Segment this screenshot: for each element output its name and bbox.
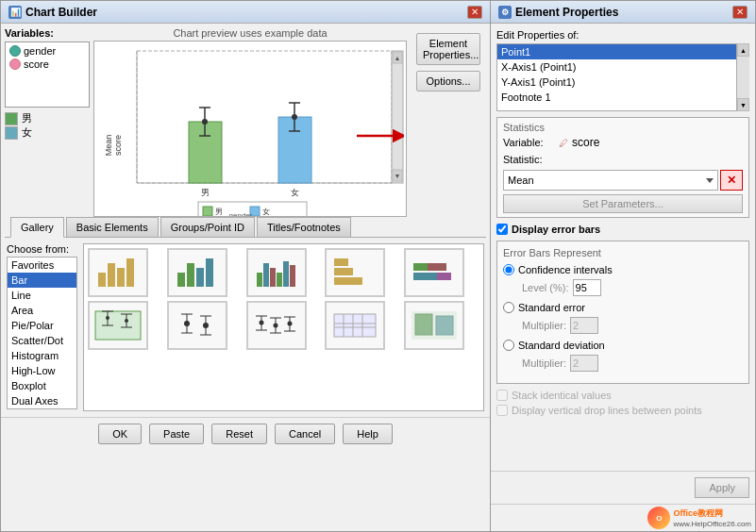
chart-type-histogram[interactable]: Histogram [8, 348, 76, 363]
tab-groups[interactable]: Groups/Point ID [160, 217, 255, 237]
svg-rect-37 [263, 263, 269, 287]
chart-type-list[interactable]: Favorites Bar Line Area Pie/Polar Scatte… [7, 257, 77, 409]
chart-type-line[interactable]: Line [8, 288, 76, 303]
legend-male: 男 [5, 111, 90, 125]
element-props-close-btn[interactable]: ✕ [732, 6, 748, 19]
scroll-down-btn[interactable]: ▼ [737, 98, 749, 111]
edit-list-scrollbar[interactable]: ▲ ▼ [736, 43, 749, 111]
stderr-radio[interactable] [503, 302, 514, 313]
chart-type-area[interactable]: Area [8, 303, 76, 318]
svg-rect-21 [392, 51, 403, 183]
thumb-8[interactable] [246, 301, 307, 350]
element-properties-btn[interactable]: Element Properties... [416, 33, 480, 65]
watermark-area: O Office教程网 www.HelpOffice26.com [491, 504, 755, 531]
cancel-button[interactable]: Cancel [275, 424, 335, 444]
stderr-multiplier-row: Multiplier: [522, 317, 743, 334]
chart-type-dualaxes[interactable]: Dual Axes [8, 393, 76, 408]
svg-rect-31 [126, 258, 134, 287]
clear-btn[interactable]: ✕ [720, 170, 743, 191]
reset-button[interactable]: Reset [211, 424, 267, 444]
choose-from-label: Choose from: [7, 243, 77, 255]
chart-type-favorites[interactable]: Favorites [8, 258, 76, 273]
svg-rect-43 [334, 277, 362, 285]
legend-male-box [5, 112, 18, 125]
edit-items-list[interactable]: Point1 X-Axis1 (Point1) Y-Axis1 (Point1)… [496, 43, 749, 111]
element-props-title: ⚙ Element Properties [498, 6, 618, 19]
thumb-9[interactable] [325, 301, 385, 350]
thumb-3[interactable] [246, 248, 307, 297]
thumb-5[interactable] [404, 248, 464, 297]
thumb-10[interactable] [404, 301, 464, 350]
dropdown-arrow-icon [706, 178, 714, 183]
chart-type-highlow[interactable]: High-Low [8, 363, 76, 378]
svg-rect-38 [270, 268, 276, 287]
ok-button[interactable]: OK [98, 424, 142, 444]
confidence-level-input[interactable] [573, 279, 601, 296]
thumb-7[interactable] [167, 301, 227, 350]
legend-female: 女 [5, 125, 90, 140]
apply-button[interactable]: Apply [695, 477, 749, 498]
svg-rect-0 [137, 51, 392, 183]
variables-list[interactable]: gender score [5, 42, 90, 108]
tab-basic-elements[interactable]: Basic Elements [66, 217, 159, 237]
svg-text:女: 女 [291, 188, 299, 197]
edit-item-point1[interactable]: Point1 [497, 44, 748, 59]
tab-titles[interactable]: Titles/Footnotes [257, 217, 351, 237]
set-params-btn[interactable]: Set Parameters... [503, 194, 743, 213]
edit-item-xaxis[interactable]: X-Axis1 (Point1) [497, 59, 748, 75]
svg-rect-40 [283, 261, 289, 287]
error-bars-group-title: Error Bars Represent [503, 247, 743, 258]
svg-rect-16 [203, 207, 212, 216]
thumb-svg-4 [330, 254, 379, 291]
svg-rect-46 [413, 273, 437, 280]
chart-type-bar[interactable]: Bar [8, 273, 76, 288]
scroll-track [737, 57, 749, 98]
stack-option-row: Stack identical values [496, 390, 749, 401]
element-props-titlebar: ⚙ Element Properties ✕ [491, 1, 755, 24]
svg-rect-48 [437, 273, 451, 280]
chart-types-section: Choose from: Favorites Bar Line Area Pie… [7, 243, 77, 411]
confidence-intervals-row: Confidence intervals [503, 264, 743, 275]
tabs-row: Gallery Basic Elements Groups/Point ID T… [5, 217, 486, 238]
stddev-radio[interactable] [503, 340, 514, 351]
chart-type-boxplot[interactable]: Boxplot [8, 378, 76, 393]
edit-item-yaxis[interactable]: Y-Axis1 (Point1) [497, 75, 748, 90]
variable-score[interactable]: score [8, 58, 87, 71]
chart-type-scatter[interactable]: Scatter/Dot [8, 333, 76, 348]
confidence-radio[interactable] [503, 264, 514, 275]
svg-text:▲: ▲ [395, 55, 401, 61]
variable-label: Variable: [503, 137, 555, 148]
element-props-title-text: Element Properties [515, 6, 618, 19]
statistic-row: Statistic: [503, 153, 743, 166]
options-btn[interactable]: Options... [416, 71, 480, 91]
edit-item-footnote[interactable]: Footnote 1 [497, 90, 748, 105]
svg-rect-36 [257, 273, 262, 287]
variable-gender[interactable]: gender [8, 44, 87, 58]
thumb-1[interactable] [88, 248, 148, 297]
stack-checkbox [496, 390, 508, 401]
svg-rect-33 [187, 263, 194, 287]
error-bars-group: Error Bars Represent Confidence interval… [496, 241, 749, 384]
chart-builder-close-btn[interactable]: ✕ [467, 6, 482, 19]
scroll-up-btn[interactable]: ▲ [737, 43, 749, 57]
thumb-2[interactable] [167, 248, 227, 297]
drop-lines-checkbox [496, 405, 508, 416]
chart-preview-section: Chart preview uses example data Mean sco… [93, 27, 407, 217]
statistic-dropdown[interactable]: Mean [503, 170, 718, 191]
thumb-6[interactable] [88, 301, 148, 350]
thumb-svg-9 [330, 307, 379, 344]
display-error-bars-checkbox[interactable] [496, 224, 508, 235]
chart-type-piepolar[interactable]: Pie/Polar [8, 318, 76, 333]
paste-button[interactable]: Paste [149, 424, 204, 444]
tab-gallery[interactable]: Gallery [10, 217, 64, 238]
stderr-label: Standard error [518, 302, 585, 313]
svg-point-7 [202, 119, 208, 125]
help-button[interactable]: Help [343, 424, 393, 444]
variable-gender-label: gender [24, 45, 56, 57]
svg-rect-79 [334, 314, 376, 337]
watermark-content: O Office教程网 www.HelpOffice26.com [647, 507, 751, 529]
svg-rect-39 [277, 273, 282, 287]
thumb-4[interactable] [325, 248, 385, 297]
svg-rect-87 [436, 316, 453, 335]
chart-preview-area: Mean score [93, 41, 407, 217]
